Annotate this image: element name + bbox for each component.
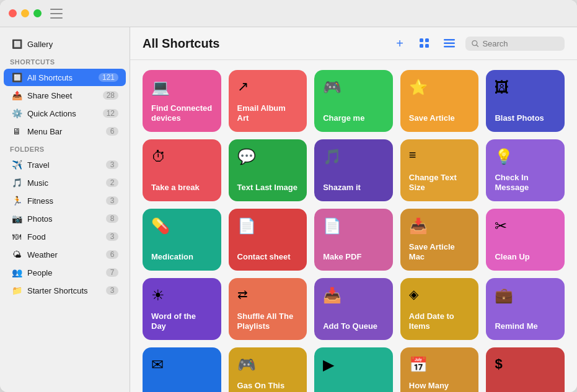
- fitness-count: 3: [106, 196, 118, 205]
- people-count: 7: [106, 268, 118, 277]
- grid-view-button[interactable]: [416, 35, 433, 52]
- list-view-button[interactable]: [441, 35, 458, 52]
- sidebar-item-menu-bar[interactable]: 🖥 Menu Bar 6: [4, 123, 126, 140]
- shortcut-card-check-in-message[interactable]: 💡 Check In Message: [486, 139, 565, 201]
- app-window: 🔲 Gallery Shortcuts 🔲 All Shortcuts 121 …: [0, 0, 577, 392]
- gas-on-street-label: Gas On This Street: [237, 381, 299, 393]
- music-count: 2: [106, 178, 118, 187]
- music-icon: 🎵: [11, 177, 22, 188]
- svg-rect-1: [425, 38, 429, 42]
- svg-rect-3: [425, 44, 429, 48]
- sidebar-item-food[interactable]: 🍽 Food 3: [4, 228, 126, 245]
- clean-up-label: Clean Up: [495, 252, 556, 262]
- check-in-message-icon: 💡: [495, 148, 556, 165]
- shortcut-card-shuffle-playlists[interactable]: ⇄ Shuffle All The Playlists: [229, 278, 307, 340]
- sidebar-item-fitness-label: Fitness: [27, 196, 101, 206]
- main-content: All Shortcuts +: [130, 27, 577, 392]
- email-myself-icon: ✉: [151, 356, 213, 373]
- blast-photos-label: Blast Photos: [495, 113, 556, 123]
- sidebar-item-travel-label: Travel: [27, 160, 101, 170]
- main-header: All Shortcuts +: [130, 27, 577, 60]
- sidebar-item-starter-label: Starter Shortcuts: [27, 286, 101, 295]
- shortcut-card-gas-on-street[interactable]: 🎮 Gas On This Street: [229, 347, 307, 392]
- shortcuts-section-label: Shortcuts: [0, 53, 130, 68]
- contact-sheet-label: Contact sheet: [237, 252, 299, 262]
- sidebar-item-starter[interactable]: 📁 Starter Shortcuts 3: [4, 282, 126, 299]
- save-article-icon: ⭐: [409, 79, 470, 96]
- save-article-mac-icon: 📥: [409, 217, 470, 235]
- shortcut-card-sort-lines[interactable]: ▶ Sort Lines: [314, 347, 393, 392]
- sidebar-item-fitness[interactable]: 🏃 Fitness 3: [4, 192, 126, 209]
- shortcut-card-change-text-size[interactable]: ≡ Change Text Size: [400, 139, 479, 201]
- add-to-queue-icon: 📥: [323, 287, 384, 304]
- sidebar-item-all-shortcuts[interactable]: 🔲 All Shortcuts 121: [4, 69, 126, 86]
- fitness-icon: 🏃: [11, 195, 22, 206]
- sidebar-item-quick-actions[interactable]: ⚙️ Quick Actions 12: [4, 105, 126, 122]
- sidebar-item-photos-label: Photos: [27, 214, 101, 224]
- sidebar-item-all-shortcuts-label: All Shortcuts: [27, 73, 94, 82]
- shortcut-card-find-connected[interactable]: 💻 Find Connected devices: [143, 70, 221, 132]
- shortcut-card-blast-photos[interactable]: 🖼 Blast Photos: [486, 70, 565, 132]
- shortcut-card-email-myself[interactable]: ✉ Email Myself: [143, 347, 221, 392]
- change-text-size-icon: ≡: [409, 148, 470, 162]
- shortcuts-grid: 💻 Find Connected devices ↗ Email Album A…: [130, 60, 577, 392]
- svg-line-8: [477, 45, 478, 46]
- take-break-icon: ⏱: [151, 148, 213, 165]
- shortcut-card-remind-me[interactable]: 💼 Remind Me: [486, 278, 565, 340]
- travel-count: 3: [106, 160, 118, 169]
- shortcut-card-email-album[interactable]: ↗ Email Album Art: [229, 70, 307, 132]
- shortcut-card-add-to-queue[interactable]: 📥 Add To Queue: [314, 278, 393, 340]
- shortcut-card-save-article[interactable]: ⭐ Save Article: [400, 70, 479, 132]
- sidebar-item-travel[interactable]: ✈️ Travel 3: [4, 156, 126, 173]
- add-shortcut-button[interactable]: +: [391, 35, 408, 52]
- shortcut-card-medication[interactable]: 💊 Medication: [143, 209, 221, 271]
- svg-rect-6: [444, 46, 455, 48]
- sidebar-item-share-sheet[interactable]: 📤 Share Sheet 28: [4, 87, 126, 104]
- sidebar-item-music[interactable]: 🎵 Music 2: [4, 174, 126, 191]
- shortcut-card-shazam-it[interactable]: 🎵 Shazam it: [314, 139, 393, 201]
- fullscreen-button[interactable]: [33, 9, 42, 17]
- svg-rect-2: [420, 44, 423, 48]
- shazam-it-label: Shazam it: [323, 183, 384, 193]
- close-button[interactable]: [9, 9, 17, 17]
- gas-on-street-icon: 🎮: [237, 356, 299, 373]
- sidebar-item-weather[interactable]: 🌤 Weather 6: [4, 246, 126, 263]
- sidebar-item-gallery[interactable]: 🔲 Gallery: [4, 35, 126, 53]
- menu-bar-icon: 🖥: [11, 126, 22, 137]
- shortcut-card-take-break[interactable]: ⏱ Take a break: [143, 139, 221, 201]
- minimize-button[interactable]: [21, 9, 29, 17]
- medication-label: Medication: [151, 252, 213, 262]
- shortcut-card-word-of-day[interactable]: ☀ Word of the Day: [143, 278, 221, 340]
- sort-lines-icon: ▶: [323, 356, 384, 373]
- add-date-items-icon: ◈: [409, 287, 470, 302]
- shortcut-card-clean-up[interactable]: ✂ Clean Up: [486, 209, 565, 271]
- traffic-lights: [9, 9, 42, 17]
- make-pdf-label: Make PDF: [323, 252, 384, 262]
- shortcut-card-add-date-items[interactable]: ◈ Add Date to Items: [400, 278, 479, 340]
- shortcut-card-save-article-mac[interactable]: 📥 Save Article Mac: [400, 209, 479, 271]
- how-many-days-label: How Many Days Until: [409, 381, 470, 393]
- search-input[interactable]: [482, 39, 558, 48]
- svg-rect-0: [420, 38, 423, 42]
- sidebar-item-people[interactable]: 👥 People 7: [4, 264, 126, 281]
- shortcuts-grid-container: 💻 Find Connected devices ↗ Email Album A…: [143, 70, 565, 392]
- sidebar-toggle-button[interactable]: [50, 9, 63, 19]
- how-many-days-icon: 📅: [409, 356, 470, 373]
- gallery-icon: 🔲: [11, 38, 22, 50]
- shortcut-card-how-many-days[interactable]: 📅 How Many Days Until: [400, 347, 479, 392]
- shortcut-card-make-pdf[interactable]: 📄 Make PDF: [314, 209, 393, 271]
- travel-icon: ✈️: [11, 159, 22, 170]
- sidebar-item-menu-bar-label: Menu Bar: [27, 127, 101, 136]
- search-box[interactable]: [465, 37, 565, 51]
- text-last-image-icon: 💬: [237, 148, 299, 165]
- shortcut-card-charge-me[interactable]: 🎮 Charge me: [314, 70, 393, 132]
- blast-photos-icon: 🖼: [495, 79, 556, 96]
- shortcut-card-calculate-tip[interactable]: $ Calculate Tip: [486, 347, 565, 392]
- shortcut-card-contact-sheet[interactable]: 📄 Contact sheet: [229, 209, 307, 271]
- email-album-label: Email Album Art: [237, 103, 299, 124]
- weather-icon: 🌤: [11, 249, 22, 260]
- photos-count: 8: [106, 214, 118, 223]
- save-article-mac-label: Save Article Mac: [409, 242, 470, 263]
- sidebar-item-photos[interactable]: 📷 Photos 8: [4, 210, 126, 227]
- shortcut-card-text-last-image[interactable]: 💬 Text Last Image: [229, 139, 307, 201]
